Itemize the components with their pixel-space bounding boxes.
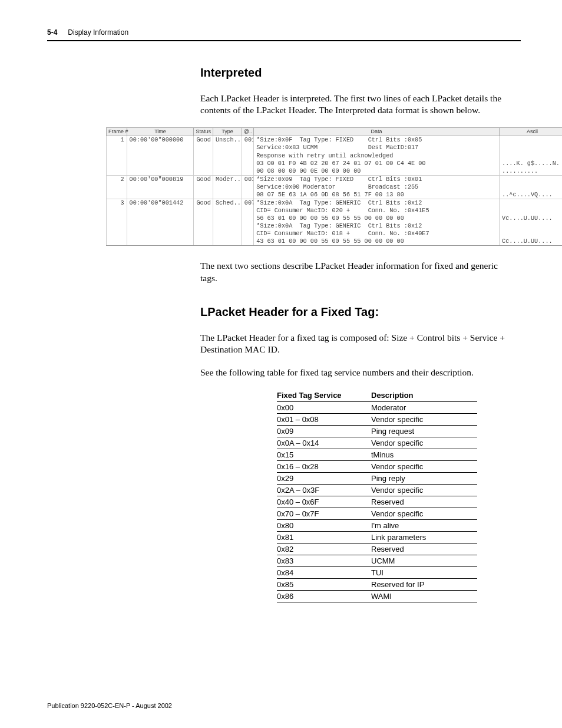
capture-cell: Response with retry until acknowledged (254, 152, 500, 160)
svc-cell-desc: Ping request (371, 426, 477, 437)
svc-row: 0x82Reserved (277, 543, 477, 555)
capture-cell (500, 207, 562, 215)
capture-cell (127, 183, 194, 191)
capture-row: 03 00 01 F0 4B 02 20 67 24 01 07 01 00 C… (107, 160, 563, 167)
header-rule (47, 40, 521, 41)
svc-cell-desc: I'm alive (371, 520, 477, 532)
svc-cell-desc: Moderator (371, 402, 477, 414)
capture-th-type: Type (213, 127, 242, 136)
capture-cell (242, 207, 253, 215)
fixed-tag-service-table: Fixed Tag Service Description 0x00Modera… (277, 389, 477, 602)
capture-cell (194, 207, 213, 215)
capture-cell (213, 222, 242, 230)
capture-cell (213, 183, 242, 191)
capture-cell: *Size:0x0A Tag Type: GENERIC Ctrl Bits :… (254, 199, 500, 207)
svc-row: 0x00Moderator (277, 402, 477, 414)
capture-cell (242, 183, 253, 191)
svc-cell-service: 0x15 (277, 449, 371, 461)
svc-cell-desc: Vendor specific (371, 437, 477, 449)
capture-cell (107, 222, 127, 230)
capture-cell (242, 215, 253, 222)
capture-cell (194, 183, 213, 191)
svc-cell-service: 0x40 – 0x6F (277, 496, 371, 508)
svc-row: 0x2A – 0x3FVendor specific (277, 485, 477, 496)
page-number: 5-4 (47, 28, 57, 37)
capture-cell (107, 160, 127, 167)
capture-cell (127, 191, 194, 199)
capture-cell (242, 160, 253, 167)
capture-cell: Sched.. (213, 199, 242, 207)
svc-cell-service: 0x00 (277, 402, 371, 414)
capture-cell (213, 160, 242, 167)
capture-row: 00 08 00 00 00 0E 00 00 00 00.......... (107, 167, 563, 176)
capture-cell (194, 215, 213, 222)
capture-cell (107, 191, 127, 199)
paragraph: The LPacket Header for a fixed tag is co… (200, 332, 515, 356)
capture-row: 200:00'00"000819GoodModer..001*Size:0x09… (107, 175, 563, 183)
capture-row: CID= Consumer MacID: 018 + Conn. No. :0x… (107, 230, 563, 238)
svc-cell-desc: Reserved for IP (371, 579, 477, 591)
capture-cell (213, 152, 242, 160)
svc-row: 0x15tMinus (277, 449, 477, 461)
svc-cell-service: 0x0A – 0x14 (277, 437, 371, 449)
svc-cell-desc: Vendor specific (371, 485, 477, 496)
svc-row: 0x40 – 0x6FReserved (277, 496, 477, 508)
capture-cell: 3 (107, 199, 127, 207)
capture-cell (127, 215, 194, 222)
capture-cell (500, 222, 562, 230)
capture-cell (213, 215, 242, 222)
capture-cell (107, 152, 127, 160)
capture-cell (107, 238, 127, 246)
capture-cell: 00:00'00"001442 (127, 199, 194, 207)
capture-cell: 43 63 01 00 00 00 55 00 55 55 00 00 00 0… (254, 238, 500, 246)
svc-row: 0x83UCMM (277, 555, 477, 567)
capture-cell (107, 167, 127, 176)
capture-cell (107, 183, 127, 191)
capture-cell (500, 144, 562, 151)
svc-cell-desc: WAMI (371, 591, 477, 602)
capture-cell (213, 191, 242, 199)
svc-cell-service: 0x70 – 0x7F (277, 508, 371, 520)
capture-cell: Vc....U.UU.... (500, 215, 562, 222)
capture-cell: Unsch.. (213, 136, 242, 144)
capture-cell: 08 07 5E 63 1A 06 0D 08 56 51 7F 00 13 8… (254, 191, 500, 199)
capture-cell (213, 238, 242, 246)
capture-cell: 00:00'00"000819 (127, 175, 194, 183)
capture-cell (242, 144, 253, 151)
capture-cell (500, 175, 562, 183)
capture-cell (194, 230, 213, 238)
svc-row: 0x86WAMI (277, 591, 477, 602)
capture-cell: 001 (242, 136, 253, 144)
capture-th-status: Status (194, 127, 213, 136)
svc-cell-service: 0x16 – 0x28 (277, 461, 371, 473)
capture-cell (500, 183, 562, 191)
capture-cell (500, 152, 562, 160)
capture-cell: 00:00'00"000000 (127, 136, 194, 144)
running-header: 5-4 Display Information (47, 28, 521, 37)
capture-th-time: Time (127, 127, 194, 136)
chapter-title: Display Information (68, 28, 128, 37)
content-column: Interpreted Each LPacket Header is inter… (200, 66, 515, 117)
page: 5-4 Display Information Interpreted Each… (0, 0, 562, 728)
capture-cell (194, 167, 213, 176)
capture-th-ascii: Ascii (500, 127, 562, 136)
svc-row: 0x09Ping request (277, 426, 477, 437)
section-heading-lpacket-fixed: LPacket Header for a Fixed Tag: (200, 305, 515, 319)
capture-cell (242, 238, 253, 246)
section-heading-interpreted: Interpreted (200, 66, 515, 80)
svc-row: 0x81Link parameters (277, 532, 477, 543)
svc-row: 0x16 – 0x28Vendor specific (277, 461, 477, 473)
capture-cell: *Size:0x09 Tag Type: FIXED Ctrl Bits :0x… (254, 175, 500, 183)
capture-cell (127, 222, 194, 230)
svc-cell-desc: Vendor specific (371, 508, 477, 520)
capture-th-data: Data (254, 127, 500, 136)
svc-cell-service: 0x82 (277, 543, 371, 555)
svc-cell-service: 0x84 (277, 567, 371, 579)
capture-cell: ..^c....VQ.... (500, 191, 562, 199)
capture-row: *Size:0x0A Tag Type: GENERIC Ctrl Bits :… (107, 222, 563, 230)
capture-cell (213, 167, 242, 176)
capture-cell: 03 00 01 F0 4B 02 20 67 24 01 07 01 00 C… (254, 160, 500, 167)
svc-cell-desc: Vendor specific (371, 461, 477, 473)
capture-row: 100:00'00"000000GoodUnsch..001*Size:0x0F… (107, 136, 563, 144)
capture-cell: Good (194, 175, 213, 183)
